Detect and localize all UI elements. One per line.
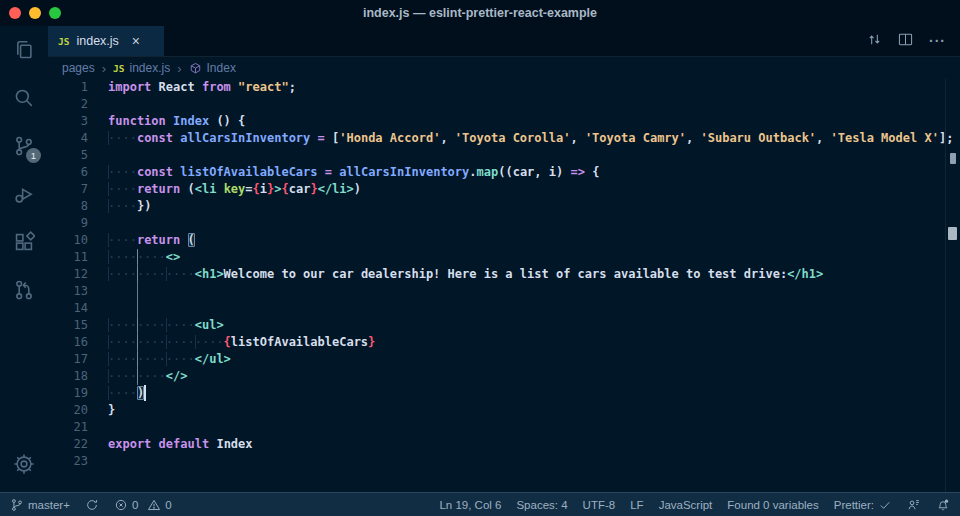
code-line[interactable]: 17············</ul>: [48, 351, 960, 368]
code-token: Welcome to our car dealership! Here is a…: [224, 267, 788, 281]
line-content: ····const allCarsInInventory = ['Honda A…: [108, 130, 953, 147]
eol-status[interactable]: LF: [630, 499, 643, 511]
line-number[interactable]: 5: [48, 147, 88, 164]
extensions-icon[interactable]: [0, 218, 48, 266]
line-number[interactable]: 2: [48, 96, 88, 113]
code-line[interactable]: 6····const listOfAvailableCars = allCars…: [48, 164, 960, 181]
title-bar[interactable]: index.js — eslint-prettier-react-example: [0, 0, 960, 26]
search-icon[interactable]: [0, 74, 48, 122]
line-number[interactable]: 17: [48, 351, 88, 368]
tab-indexjs[interactable]: JS index.js ×: [48, 26, 164, 56]
javascript-file-icon: JS: [58, 36, 69, 47]
code-token: </li>: [318, 182, 354, 196]
code-line[interactable]: 15············<ul>: [48, 317, 960, 334]
code-line[interactable]: 3function Index () {: [48, 113, 960, 130]
line-number[interactable]: 19: [48, 385, 88, 402]
code-token: 'Toyota Camry': [585, 131, 686, 145]
code-line[interactable]: 22export default Index: [48, 436, 960, 453]
code-line[interactable]: 23: [48, 453, 960, 470]
git-branch-status[interactable]: master+: [10, 498, 70, 512]
line-number[interactable]: 8: [48, 198, 88, 215]
breadcrumb-item-file[interactable]: JS index.js: [113, 61, 170, 75]
line-number[interactable]: 1: [48, 79, 88, 96]
code-line[interactable]: 1import React from "react";: [48, 79, 960, 96]
line-number[interactable]: 7: [48, 181, 88, 198]
source-control-icon[interactable]: 1: [0, 122, 48, 170]
line-number[interactable]: 4: [48, 130, 88, 147]
code-line[interactable]: 8····}): [48, 198, 960, 215]
variables-status[interactable]: Found 0 variables: [727, 499, 818, 511]
code-token: [231, 80, 238, 94]
code-line[interactable]: 12············<h1>Welcome to our car dea…: [48, 266, 960, 283]
line-number[interactable]: 12: [48, 266, 88, 283]
line-number[interactable]: 3: [48, 113, 88, 130]
line-number[interactable]: 16: [48, 334, 88, 351]
line-number[interactable]: 22: [48, 436, 88, 453]
line-number[interactable]: 11: [48, 249, 88, 266]
code-line[interactable]: 4····const allCarsInInventory = ['Honda …: [48, 130, 960, 147]
line-number[interactable]: 20: [48, 402, 88, 419]
breadcrumb-item-symbol[interactable]: Index: [189, 61, 236, 75]
code-line[interactable]: 5: [48, 147, 960, 164]
code-line[interactable]: 14: [48, 300, 960, 317]
prettier-status[interactable]: Prettier:: [834, 498, 892, 512]
activity-bar: 1: [0, 26, 49, 492]
breadcrumb-item-pages[interactable]: pages: [62, 61, 95, 75]
problems-status[interactable]: 0 0: [114, 498, 172, 512]
line-number[interactable]: 21: [48, 419, 88, 436]
run-debug-icon[interactable]: [0, 170, 48, 218]
code-line[interactable]: 13: [48, 283, 960, 300]
code-line[interactable]: 11········<>: [48, 249, 960, 266]
code-line[interactable]: 18········</>: [48, 368, 960, 385]
code-line[interactable]: 10····return (: [48, 232, 960, 249]
code-line[interactable]: 9: [48, 215, 960, 232]
code-token: ((car, i): [498, 165, 570, 179]
line-content: ············<ul>: [108, 317, 224, 334]
status-left: master+ 0 0: [10, 498, 172, 512]
indentation-status[interactable]: Spaces: 4: [516, 499, 567, 511]
line-number[interactable]: 14: [48, 300, 88, 317]
line-number[interactable]: 13: [48, 283, 88, 300]
explorer-icon[interactable]: [0, 26, 48, 74]
line-number[interactable]: 10: [48, 232, 88, 249]
encoding-status[interactable]: UTF-8: [583, 499, 616, 511]
sync-changes-button[interactable]: [85, 498, 99, 512]
cursor-position-status[interactable]: Ln 19, Col 6: [439, 499, 501, 511]
notifications-bell-icon[interactable]: [936, 498, 950, 512]
more-actions-icon[interactable]: ···: [929, 33, 946, 49]
code-line[interactable]: 16················{listOfAvailableCars}: [48, 334, 960, 351]
editor-scrollbar[interactable]: [945, 79, 960, 492]
line-number[interactable]: 23: [48, 453, 88, 470]
code-line[interactable]: 20}: [48, 402, 960, 419]
code-token: map: [477, 165, 499, 179]
code-token: <ul>: [195, 318, 224, 332]
traffic-lights: [0, 7, 61, 19]
close-tab-icon[interactable]: ×: [132, 34, 140, 48]
close-window-button[interactable]: [9, 7, 21, 19]
code-token: {: [224, 335, 231, 349]
minimize-window-button[interactable]: [29, 7, 41, 19]
code-editor[interactable]: 1import React from "react";23function In…: [48, 79, 960, 492]
code-token: </>: [166, 369, 188, 383]
code-line[interactable]: 7····return (<li key={i}>{car}</li>): [48, 181, 960, 198]
line-content: export default Index: [108, 436, 253, 453]
code-line[interactable]: 21: [48, 419, 960, 436]
language-mode-status[interactable]: JavaScript: [659, 499, 713, 511]
line-number[interactable]: 6: [48, 164, 88, 181]
open-changes-icon[interactable]: [867, 32, 882, 51]
zoom-window-button[interactable]: [49, 7, 61, 19]
feedback-icon[interactable]: [907, 498, 921, 512]
code-line[interactable]: 2: [48, 96, 960, 113]
code-token: from: [202, 80, 231, 94]
split-editor-icon[interactable]: [898, 32, 913, 51]
pull-request-icon[interactable]: [0, 266, 48, 314]
line-number[interactable]: 15: [48, 317, 88, 334]
line-number[interactable]: 18: [48, 368, 88, 385]
code-line[interactable]: 19····): [48, 385, 960, 402]
code-token: ,: [816, 131, 830, 145]
gear-icon[interactable]: [0, 440, 48, 488]
code-token: [151, 437, 158, 451]
line-number[interactable]: 9: [48, 215, 88, 232]
code-token: import: [108, 80, 151, 94]
code-token: "react": [238, 80, 289, 94]
